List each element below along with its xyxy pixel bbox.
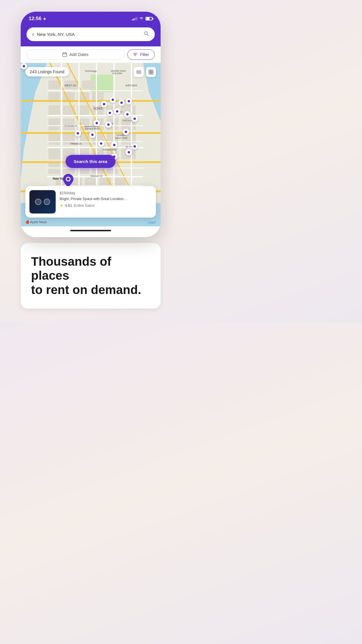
- svg-text:Technology: Technology: [85, 70, 96, 72]
- time-display: 12:56: [29, 16, 41, 22]
- svg-text:SOHO: SOHO: [94, 107, 102, 110]
- svg-rect-17: [82, 80, 95, 89]
- status-time: 12:56: [29, 16, 46, 22]
- listings-count-badge: 243 Listings Found: [25, 67, 69, 76]
- listing-type: Entire Salon: [74, 203, 95, 208]
- listings-count-text: 243 Listings Found: [30, 69, 64, 74]
- map-pin-11[interactable]: [75, 130, 81, 136]
- listing-meta: ✦ 4.81 Entire Salon: [60, 203, 152, 208]
- grid-view-button[interactable]: [146, 67, 156, 77]
- tagline-line1: Thousands of places: [31, 255, 111, 282]
- map-pin-18[interactable]: [126, 149, 132, 155]
- map-pin-13[interactable]: [123, 129, 129, 135]
- map-pin-1[interactable]: [101, 101, 107, 107]
- filter-row: Add Dates Filter: [21, 46, 161, 63]
- svg-text:TRIBECA: TRIBECA: [70, 142, 82, 145]
- svg-rect-98: [149, 70, 151, 72]
- back-button[interactable]: ‹: [32, 31, 34, 37]
- svg-rect-28: [48, 118, 60, 130]
- map-pin-5[interactable]: [107, 110, 113, 116]
- map-pin-2[interactable]: [110, 97, 116, 103]
- svg-rect-40: [48, 148, 60, 159]
- add-dates-button[interactable]: Add Dates: [27, 49, 125, 60]
- listing-price: $150/day: [60, 190, 152, 195]
- svg-line-1: [147, 34, 148, 36]
- map-pin-6[interactable]: [114, 108, 120, 115]
- svg-rect-34: [48, 133, 60, 145]
- search-input-value[interactable]: New York, NY, USA: [37, 32, 141, 37]
- map-pin-8[interactable]: [94, 120, 100, 126]
- svg-rect-22: [48, 105, 60, 116]
- map-pin-14[interactable]: [98, 140, 104, 147]
- signal-icon: [132, 17, 137, 20]
- battery-icon: [145, 17, 152, 20]
- filter-button[interactable]: Filter: [127, 49, 154, 60]
- legal-text: Legal: [148, 220, 156, 224]
- listing-rating: 4.81: [65, 203, 72, 208]
- search-icon[interactable]: [144, 31, 149, 38]
- add-dates-label: Add Dates: [69, 52, 88, 57]
- svg-point-103: [67, 178, 70, 181]
- view-toggle-group: [134, 67, 156, 77]
- map-pin-4[interactable]: [126, 98, 132, 104]
- svg-text:SQUARE ARCH: SQUARE ARCH: [85, 128, 100, 130]
- tagline-line2: to rent on demand.: [31, 283, 141, 297]
- legal-link[interactable]: Legal: [148, 220, 156, 224]
- svg-rect-100: [149, 72, 151, 74]
- attribution-text: Apple Maps: [30, 220, 47, 224]
- status-icons: [132, 17, 152, 21]
- status-bar: 12:56: [21, 12, 161, 24]
- svg-text:KIPS BAY: KIPS BAY: [126, 84, 137, 87]
- svg-text:WEST VIL: WEST VIL: [64, 84, 77, 87]
- svg-rect-2: [63, 53, 67, 57]
- svg-text:W Houston St: W Houston St: [64, 125, 77, 127]
- map-pin-12[interactable]: [89, 132, 96, 138]
- person-icon: ✦: [60, 203, 63, 208]
- map-pin-10[interactable]: [131, 116, 138, 122]
- wifi-icon: [139, 17, 144, 21]
- map-pin-7[interactable]: [124, 111, 131, 118]
- listing-image: [29, 190, 56, 214]
- listing-info: $150/day Bright, Private Space with Grea…: [60, 190, 152, 214]
- calendar-icon: [62, 52, 67, 57]
- map-pin-9[interactable]: [105, 121, 112, 128]
- home-indicator: [21, 226, 161, 237]
- search-area-label: Search this area: [74, 159, 108, 164]
- search-area-button[interactable]: Search this area: [66, 155, 116, 168]
- maps-attribution: 🍎 Apple Maps: [25, 220, 47, 224]
- map-container[interactable]: WEST VIL Technology EMPIRE STATE BUILDIN…: [21, 63, 161, 226]
- purple-header: ‹ New York, NY, USA: [21, 24, 161, 46]
- svg-rect-29: [63, 118, 75, 130]
- listing-card[interactable]: $150/day Bright, Private Space with Grea…: [25, 186, 156, 218]
- tagline-section: Thousands of places to rent on demand.: [21, 243, 161, 309]
- tagline-text: Thousands of places to rent on demand.: [31, 255, 150, 297]
- map-pin-16[interactable]: [21, 63, 27, 69]
- svg-text:EAST SIDE: EAST SIDE: [115, 137, 128, 139]
- svg-text:EMPIRE STATE: EMPIRE STATE: [111, 70, 126, 72]
- phone-frame: 12:56: [21, 12, 161, 237]
- svg-text:BUILDING: BUILDING: [113, 72, 122, 74]
- listing-description: Bright, Private Space with Great Locatio…: [60, 197, 152, 202]
- svg-text:Madison St: Madison St: [91, 175, 103, 177]
- location-icon: [43, 17, 46, 20]
- svg-text:CHINATOWN: CHINATOWN: [102, 148, 117, 151]
- home-bar: [70, 230, 111, 231]
- svg-rect-101: [151, 72, 153, 74]
- list-view-button[interactable]: [134, 67, 144, 77]
- map-pin-15[interactable]: [111, 142, 117, 148]
- map-pin-3[interactable]: [118, 99, 125, 106]
- filter-icon: [133, 52, 138, 57]
- svg-rect-99: [151, 70, 153, 72]
- filter-label: Filter: [140, 52, 149, 57]
- listing-price-period: /day: [68, 191, 75, 195]
- listing-price-value: $150: [60, 191, 68, 195]
- map-pin-17[interactable]: [131, 143, 138, 150]
- search-bar[interactable]: ‹ New York, NY, USA: [27, 27, 155, 41]
